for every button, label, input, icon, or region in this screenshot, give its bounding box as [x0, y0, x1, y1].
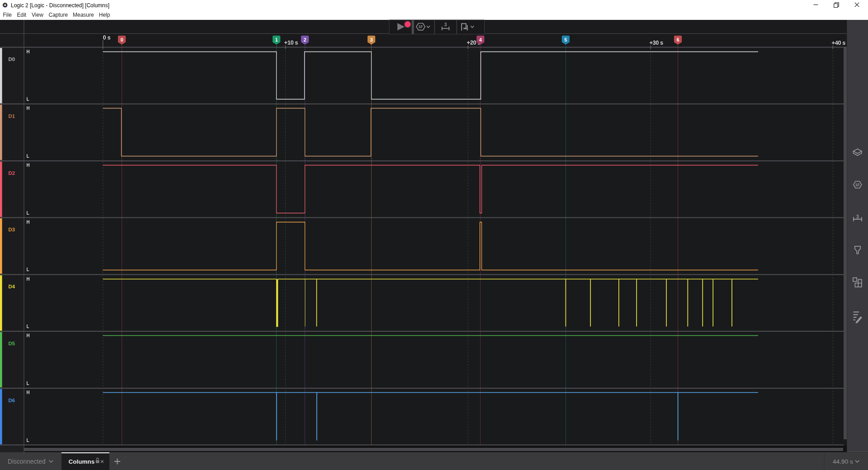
svg-text:+30 s: +30 s: [649, 39, 663, 46]
svg-text:L: L: [27, 324, 29, 329]
svg-text:1: 1: [275, 37, 278, 42]
svg-text:44.90 s: 44.90 s: [833, 458, 853, 465]
svg-text:6: 6: [676, 37, 679, 42]
svg-text:H: H: [27, 49, 30, 54]
svg-text:H: H: [27, 333, 30, 338]
svg-text:3: 3: [370, 37, 373, 42]
svg-text:L: L: [27, 97, 29, 102]
svg-text:+40 s: +40 s: [832, 39, 846, 46]
svg-text:3: 3: [444, 22, 447, 27]
svg-text:H: H: [27, 163, 30, 168]
svg-text:0 s: 0 s: [103, 34, 111, 41]
svg-text:H: H: [27, 220, 30, 225]
svg-text:H: H: [27, 106, 30, 111]
svg-text:3: 3: [856, 214, 859, 219]
svg-text:Columns: Columns: [69, 458, 95, 465]
svg-text:Logic 2 [Logic - Disconnected]: Logic 2 [Logic - Disconnected] [Columns]: [11, 2, 109, 9]
svg-text:D6: D6: [8, 398, 15, 403]
svg-text:Disconnected: Disconnected: [8, 458, 46, 465]
svg-text:L: L: [27, 267, 29, 272]
svg-text:D5: D5: [8, 341, 15, 346]
svg-text:D4: D4: [8, 284, 15, 289]
svg-text:L: L: [27, 438, 29, 443]
svg-text:+10 s: +10 s: [284, 39, 298, 46]
svg-text:D1: D1: [8, 113, 15, 119]
svg-text:H: H: [27, 277, 30, 282]
svg-text:D0: D0: [8, 56, 15, 62]
svg-text:2: 2: [303, 37, 306, 42]
svg-text:4: 4: [479, 37, 482, 42]
svg-text:0: 0: [120, 37, 123, 42]
svg-text:1F: 1F: [855, 183, 860, 187]
svg-text:1F: 1F: [419, 24, 423, 29]
svg-text:D3: D3: [8, 227, 15, 232]
svg-text:L: L: [27, 381, 29, 386]
svg-text:D2: D2: [8, 170, 15, 176]
svg-text:H: H: [27, 390, 30, 395]
svg-text:L: L: [27, 154, 29, 159]
svg-text:5: 5: [564, 37, 567, 42]
svg-text:L: L: [27, 211, 29, 216]
